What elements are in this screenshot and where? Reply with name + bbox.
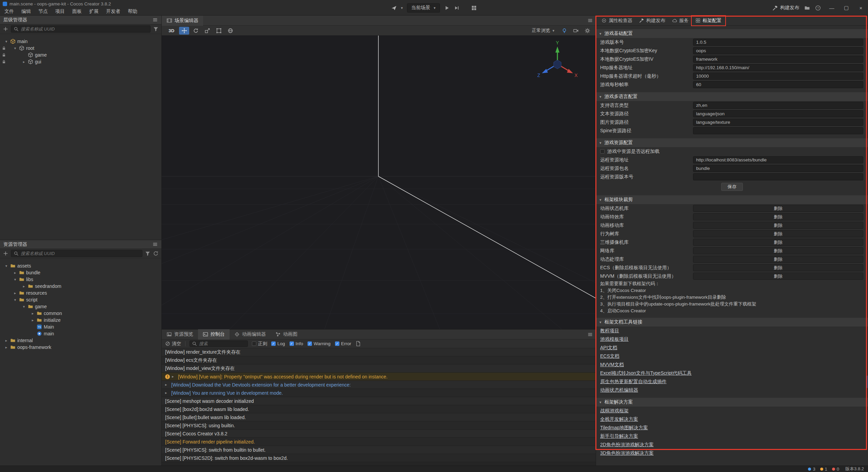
caret-right-icon[interactable]: ▸ <box>31 311 35 316</box>
console-log-row[interactable]: [Scene] Forward render pipeline initiali… <box>162 438 596 446</box>
tree-item-common[interactable]: ▸common <box>0 310 161 317</box>
caret-right-icon[interactable]: ▸ <box>165 382 169 387</box>
scrollbar-thumb[interactable] <box>866 375 867 388</box>
camera-icon[interactable] <box>571 27 581 35</box>
play-button[interactable] <box>444 5 450 11</box>
layout-grid-icon[interactable] <box>471 5 477 11</box>
scale-tool-button[interactable] <box>202 27 212 35</box>
text-input[interactable]: http://192.168.0.150/main/ <box>693 64 863 71</box>
console-log-row[interactable]: ▸[Window] You are running Vue in develop… <box>162 389 596 397</box>
link-Tiledmap地图解决方案[interactable]: Tiledmap地图解决方案 <box>600 425 648 431</box>
text-input[interactable] <box>693 173 863 180</box>
panel-menu-icon[interactable] <box>152 241 158 247</box>
build-publish-button[interactable]: 构建发布 <box>772 5 799 11</box>
minimize-button[interactable]: — <box>828 5 835 11</box>
text-input[interactable]: 10000 <box>693 73 863 80</box>
menu-item-4[interactable]: 面板 <box>68 7 85 16</box>
rect-tool-button[interactable] <box>214 27 224 35</box>
inspector-tab-框架配置[interactable]: 框架配置 <box>692 16 725 25</box>
tree-item-internal[interactable]: ▸internal <box>0 337 161 344</box>
section-header[interactable]: ▾框架解决方案 <box>596 398 868 407</box>
text-input[interactable]: framework <box>693 56 863 63</box>
delete-button[interactable]: 删除 <box>693 239 863 246</box>
maximize-button[interactable]: ▢ <box>843 5 850 11</box>
console-log-row[interactable]: [Window] render_texture文件夹存在 <box>162 348 596 356</box>
text-input[interactable]: zh,en <box>693 102 863 109</box>
delete-button[interactable]: 删除 <box>693 222 863 229</box>
panel-menu-icon[interactable] <box>587 18 593 23</box>
caret-down-icon[interactable]: ▾ <box>4 264 8 268</box>
link-3D角色扮演游戏解决方案[interactable]: 3D角色扮演游戏解决方案 <box>600 450 654 456</box>
link-教程项目[interactable]: 教程项目 <box>600 328 619 334</box>
tree-item-bundle[interactable]: ▸bundle <box>0 269 161 276</box>
panel-menu-icon[interactable] <box>152 17 158 23</box>
section-header[interactable]: ▾游戏资源配置 <box>596 138 868 147</box>
tab-资源预览[interactable]: 资源预览 <box>162 329 198 339</box>
link-全栈开发解决方案[interactable]: 全栈开发解决方案 <box>600 416 638 422</box>
filter-icon[interactable] <box>153 26 159 32</box>
text-input[interactable]: 1.0.5 <box>693 39 863 46</box>
transform-space-button[interactable] <box>225 27 235 35</box>
save-button[interactable]: 保存 <box>721 183 743 191</box>
inspector-tab-服务[interactable]: 服务 <box>669 16 692 25</box>
console-log-row[interactable]: [Scene] [PHYSICS2D]: switch from box2d-w… <box>162 454 596 462</box>
link-动画状态机编辑器[interactable]: 动画状态机编辑器 <box>600 387 638 393</box>
link-MVVM文档[interactable]: MVVM文档 <box>600 362 624 368</box>
tree-item-assets[interactable]: ▾assets <box>0 262 161 269</box>
delete-button[interactable]: 删除 <box>693 247 863 254</box>
console-log-row[interactable]: [Scene] [box2d]:box2d wasm lib loaded. <box>162 405 596 413</box>
caret-right-icon[interactable]: ▸ <box>31 318 35 322</box>
console-log-row[interactable]: [Window] model_view文件夹存在 <box>162 365 596 373</box>
menu-item-0[interactable]: 文件 <box>1 7 18 16</box>
add-node-button[interactable] <box>3 26 8 32</box>
filter-checkbox-Error[interactable]: ✓Error <box>335 341 351 346</box>
tree-item-oops-framework[interactable]: ▸oops-framework <box>0 344 161 351</box>
caret-right-icon[interactable]: ▸ <box>22 284 26 289</box>
text-input[interactable]: language/json <box>693 110 863 117</box>
text-input[interactable] <box>693 127 863 134</box>
text-input[interactable]: language/texture <box>693 119 863 126</box>
delete-button[interactable]: 删除 <box>693 230 863 237</box>
chevron-down-icon[interactable]: ▾ <box>401 6 403 10</box>
link-原生包热更新配置自动生成插件[interactable]: 原生包热更新配置自动生成插件 <box>600 379 667 385</box>
caret-down-icon[interactable]: ▾ <box>13 46 17 51</box>
text-input[interactable]: oops <box>693 47 863 54</box>
link-2D角色扮演游戏解决方案[interactable]: 2D角色扮演游戏解决方案 <box>600 442 654 448</box>
caret-down-icon[interactable]: ▾ <box>13 277 17 282</box>
caret-down-icon[interactable]: ▾ <box>4 39 8 44</box>
section-header[interactable]: ▾框架文档工具链接 <box>596 318 868 327</box>
tree-item-resources[interactable]: ▸resources <box>0 290 161 296</box>
tree-item-Main[interactable]: TSMain <box>0 323 161 330</box>
inspector-tab-构建发布[interactable]: 构建发布 <box>636 16 669 25</box>
console-log-row[interactable]: !▸[Window] [Vue warn]: Property "onInput… <box>162 373 596 381</box>
menu-item-1[interactable]: 编辑 <box>18 7 35 16</box>
delete-button[interactable]: 删除 <box>693 256 863 263</box>
lock-icon[interactable] <box>2 46 6 51</box>
link-ECS文档[interactable]: ECS文档 <box>600 353 619 359</box>
caret-right-icon[interactable]: ▸ <box>172 374 176 379</box>
section-header[interactable]: ▾游戏多语言配置 <box>596 92 868 101</box>
tab-动画图[interactable]: 动画图 <box>271 329 302 339</box>
close-button[interactable]: × <box>857 5 865 11</box>
section-header[interactable]: ▾框架模块裁剪 <box>596 195 868 204</box>
console-log-row[interactable]: [Window] ecs文件夹存在 <box>162 356 596 365</box>
assets-search-input[interactable]: 搜索名称或 UUID <box>11 250 142 257</box>
caret-right-icon[interactable]: ▸ <box>4 345 8 350</box>
refresh-icon[interactable] <box>153 251 159 256</box>
link-游戏模板项目[interactable]: 游戏模板项目 <box>600 336 629 342</box>
tree-item-main[interactable]: main <box>0 330 161 337</box>
caret-down-icon[interactable]: ▾ <box>13 298 17 302</box>
gear-icon[interactable] <box>582 27 592 35</box>
delete-button[interactable]: 删除 <box>693 273 863 280</box>
rotate-tool-button[interactable] <box>191 27 201 35</box>
checkbox-icon[interactable] <box>600 149 605 154</box>
inspector-tab-属性检查器[interactable]: 属性检查器 <box>598 16 636 25</box>
step-button[interactable] <box>454 5 460 11</box>
console-log-row[interactable]: [Scene] [bullet]:bullet wasm lib loaded. <box>162 413 596 421</box>
menu-item-6[interactable]: 开发者 <box>102 7 124 16</box>
caret-right-icon[interactable]: ▸ <box>165 391 169 395</box>
warning-count[interactable]: 1 <box>820 467 827 472</box>
caret-right-icon[interactable]: ▸ <box>4 338 8 343</box>
panel-menu-icon[interactable] <box>587 332 593 337</box>
scene-select-dropdown[interactable]: 当前场景 ▾ <box>407 3 440 13</box>
